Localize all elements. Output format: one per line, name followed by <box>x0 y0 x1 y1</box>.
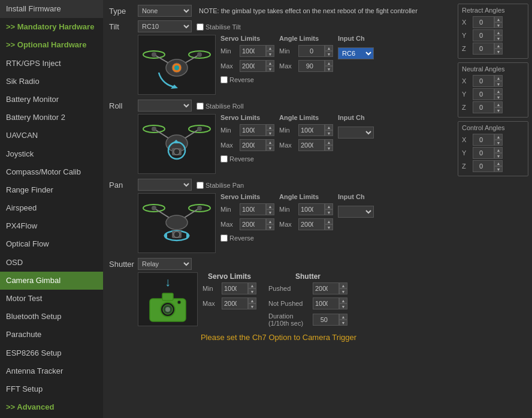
svg-point-9 <box>197 52 202 57</box>
roll-servo-max[interactable] <box>240 139 266 151</box>
tilt-reverse-label[interactable]: Reverse <box>220 76 274 83</box>
stabilise-roll-label[interactable]: Stabilise Roll <box>197 103 244 110</box>
tilt-servo-min-up[interactable]: ▲ <box>266 45 274 51</box>
tilt-angle-title: Angle Limits <box>279 35 333 42</box>
retract-z[interactable] <box>473 43 494 55</box>
roll-servo-min-down[interactable]: ▼ <box>266 130 274 136</box>
roll-reverse-checkbox[interactable] <box>220 155 228 163</box>
neutral-x[interactable] <box>473 75 494 87</box>
roll-servo-min-up[interactable]: ▲ <box>266 124 274 130</box>
sidebar-item-range-finder[interactable]: Range Finder <box>0 181 103 199</box>
sidebar-item-rtk-gps[interactable]: RTK/GPS Inject <box>0 55 103 73</box>
sidebar-item-uavcan[interactable]: UAVCAN <box>0 127 103 145</box>
type-label: Type <box>109 7 133 16</box>
pan-input-ch-select[interactable] <box>338 206 374 218</box>
sidebar-item-optical-flow[interactable]: Optical Flow <box>0 235 103 253</box>
sidebar-item-fft-setup[interactable]: FFT Setup <box>0 380 103 398</box>
tilt-angle-min-up[interactable]: ▲ <box>325 45 333 51</box>
stabilise-roll-checkbox[interactable] <box>197 103 204 110</box>
roll-controls: Servo Limits Min ▲ ▼ Max <box>220 114 448 163</box>
sidebar-item-install-firmware[interactable]: Install Firmware <box>0 0 103 18</box>
tilt-input-ch-select[interactable]: RC6 <box>338 47 374 59</box>
pan-angle-min[interactable] <box>298 203 325 215</box>
tilt-angle-min-down[interactable]: ▼ <box>325 51 333 57</box>
pan-servo-min[interactable] <box>240 203 266 215</box>
control-x[interactable] <box>473 134 494 146</box>
roll-select[interactable] <box>138 100 192 112</box>
control-y[interactable] <box>473 147 494 159</box>
control-z[interactable] <box>473 160 494 172</box>
roll-drone-image <box>138 114 216 174</box>
sidebar-item-sik-radio[interactable]: Sik Radio <box>0 73 103 91</box>
neutral-y[interactable] <box>473 88 494 100</box>
sidebar-item-esp8266[interactable]: ESP8266 Setup <box>0 344 103 362</box>
tilt-servo-max-up[interactable]: ▲ <box>266 60 274 66</box>
sidebar-item-camera-gimbal[interactable]: Camera Gimbal <box>0 272 103 290</box>
shutter-section-label <box>109 272 133 275</box>
roll-servo-max-down[interactable]: ▼ <box>266 145 274 151</box>
type-select[interactable]: None <box>138 5 192 17</box>
sidebar-item-antenna-tracker[interactable]: Antenna Tracker <box>0 362 103 380</box>
tilt-inputch-title: Input Ch <box>338 35 374 42</box>
shutter-servo-min[interactable] <box>222 282 248 294</box>
tilt-label: Tilt <box>109 22 133 31</box>
sidebar-item-motor-test[interactable]: Motor Test <box>0 290 103 308</box>
stabilise-pan-checkbox[interactable] <box>197 182 204 189</box>
sidebar-item-osd[interactable]: OSD <box>0 254 103 272</box>
control-angles-group: Control Angles X ▲ ▼ Y ▲ ▼ Z <box>458 121 528 176</box>
stabilise-pan-label[interactable]: Stabilise Pan <box>197 182 244 189</box>
pan-select[interactable] <box>138 179 192 191</box>
tilt-servo-max[interactable] <box>240 60 266 72</box>
neutral-angles-group: Neutral Angles X ▲ ▼ Y ▲ ▼ Z <box>458 62 528 118</box>
svg-rect-34 <box>162 293 173 300</box>
sidebar-item-joystick[interactable]: Joystick <box>0 145 103 163</box>
roll-angle-max[interactable] <box>298 139 325 151</box>
tilt-angle-min[interactable] <box>298 45 325 57</box>
pan-reverse-label[interactable]: Reverse <box>220 234 274 242</box>
roll-servo-max-up[interactable]: ▲ <box>266 139 274 145</box>
retract-y[interactable] <box>473 29 494 41</box>
sidebar-item-battery-monitor-2[interactable]: Battery Monitor 2 <box>0 109 103 127</box>
tilt-angle-max[interactable] <box>298 60 325 72</box>
shutter-not-pushed[interactable] <box>313 297 339 309</box>
shutter-type-select[interactable]: Relay <box>138 258 192 270</box>
shutter-servo-title: Servo Limits <box>202 272 256 281</box>
retract-x[interactable] <box>473 16 494 28</box>
tilt-servo-min[interactable] <box>240 45 266 57</box>
roll-servo-min[interactable] <box>240 124 266 136</box>
svg-point-38 <box>177 300 181 304</box>
neutral-angles-title: Neutral Angles <box>462 65 524 73</box>
tilt-servo-min-down[interactable]: ▼ <box>266 51 274 57</box>
roll-reverse-label[interactable]: Reverse <box>220 155 274 163</box>
svg-point-31 <box>152 206 156 210</box>
svg-point-17 <box>174 149 180 155</box>
sidebar-item-bluetooth-setup[interactable]: Bluetooth Setup <box>0 308 103 326</box>
svg-point-32 <box>197 206 202 210</box>
pan-reverse-checkbox[interactable] <box>220 234 228 242</box>
sidebar-item-airspeed[interactable]: Airspeed <box>0 199 103 217</box>
stabilise-tilt-label[interactable]: Stabilise Tilt <box>197 23 241 31</box>
shutter-servo-max[interactable] <box>222 297 248 309</box>
pan-servo-max[interactable] <box>240 218 266 230</box>
tilt-angle-max-up[interactable]: ▲ <box>325 60 333 66</box>
tilt-servo-max-down[interactable]: ▼ <box>266 66 274 72</box>
ch7-note: Please set the Ch7 Option to Camera Trig… <box>109 333 448 342</box>
roll-input-ch-select[interactable] <box>338 127 374 139</box>
sidebar-item-compass-motor[interactable]: Compass/Motor Calib <box>0 163 103 181</box>
sidebar-item-mandatory-hardware: >> Mandatory Hardware <box>0 18 103 36</box>
stabilise-tilt-checkbox[interactable] <box>197 23 204 31</box>
sidebar-item-px4flow[interactable]: PX4Flow <box>0 217 103 235</box>
tilt-angle-max-down[interactable]: ▼ <box>325 66 333 72</box>
sidebar-item-parachute[interactable]: Parachute <box>0 326 103 344</box>
tilt-select[interactable]: RC10 <box>138 20 192 32</box>
tilt-reverse-checkbox[interactable] <box>220 76 228 83</box>
roll-angle-min[interactable] <box>298 124 325 136</box>
svg-point-37 <box>165 307 170 312</box>
pan-drone-image <box>138 193 216 253</box>
sidebar-item-battery-monitor[interactable]: Battery Monitor <box>0 91 103 109</box>
neutral-z[interactable] <box>473 101 494 113</box>
shutter-pushed[interactable] <box>313 282 339 294</box>
shutter-duration[interactable] <box>313 314 339 326</box>
pan-angle-max[interactable] <box>298 218 325 230</box>
tilt-servo-title: Servo Limits <box>220 35 274 42</box>
